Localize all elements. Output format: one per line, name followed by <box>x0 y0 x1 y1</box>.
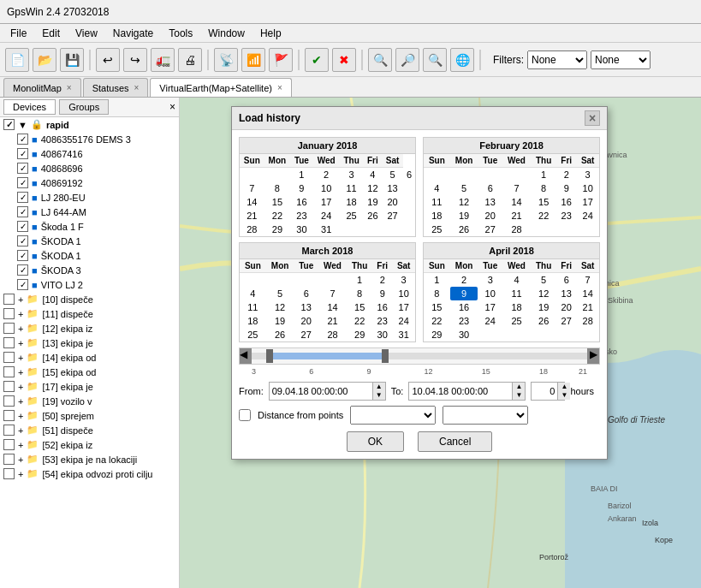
cal-day[interactable]: 3 <box>478 273 502 288</box>
cal-day[interactable]: 29 <box>264 223 291 236</box>
distance-checkbox[interactable] <box>239 409 251 421</box>
cal-day[interactable]: 12 <box>450 195 478 209</box>
menu-navigate[interactable]: Navigate <box>106 26 160 41</box>
tree-item-g13[interactable]: + 📁 [13] ekipa je <box>0 336 179 350</box>
cal-day[interactable]: 9 <box>450 287 478 300</box>
toolbar-btn-open[interactable]: 📂 <box>33 48 56 72</box>
toolbar-btn-check[interactable]: ✔ <box>305 48 329 72</box>
cal-day[interactable]: 7 <box>502 181 531 195</box>
cal-day[interactable]: 12 <box>531 287 556 300</box>
cal-day[interactable]: 25 <box>340 209 364 223</box>
tab-close-statuses[interactable]: × <box>134 83 140 92</box>
cal-day[interactable]: 17 <box>576 195 599 209</box>
cal-day[interactable]: 7 <box>576 273 599 288</box>
cal-day[interactable]: 23 <box>290 209 313 223</box>
checkbox-g10[interactable] <box>3 294 15 305</box>
cal-day[interactable]: 26 <box>531 314 556 328</box>
toolbar-btn-search3[interactable]: 🔍 <box>423 48 447 72</box>
cal-day[interactable]: 1 <box>424 273 450 288</box>
menu-tools[interactable]: Tools <box>162 26 199 41</box>
checkbox-4[interactable] <box>17 192 28 203</box>
cal-day[interactable]: 15 <box>264 195 291 209</box>
cal-day[interactable]: 12 <box>266 300 294 314</box>
distance-select-1[interactable] <box>350 406 436 425</box>
tree-item-rapid[interactable]: ▼ 🔒 rapid <box>0 117 179 132</box>
tree-item-g15[interactable]: + 📁 [15] ekipa od <box>0 365 179 379</box>
hours-spin[interactable]: ▲ ▼ <box>557 383 570 400</box>
toolbar-btn-flag[interactable]: 🚩 <box>269 48 293 72</box>
tree-item-5[interactable]: ■ LJ 644-AM <box>0 205 179 219</box>
checkbox-3[interactable] <box>17 177 28 188</box>
cal-day[interactable]: 23 <box>556 209 576 223</box>
toolbar-btn-print[interactable]: 🖨 <box>178 48 202 72</box>
checkbox-2[interactable] <box>17 163 28 174</box>
checkbox-g52[interactable] <box>3 439 15 450</box>
cal-day[interactable]: 13 <box>294 300 318 314</box>
cal-day[interactable]: 25 <box>502 314 531 328</box>
cal-day[interactable]: 13 <box>556 287 576 300</box>
cal-day[interactable]: 2 <box>372 273 392 288</box>
tree-item-g12[interactable]: + 📁 [12] ekipa iz <box>0 321 179 336</box>
toolbar-btn-undo[interactable]: ↩ <box>96 48 120 72</box>
checkbox-g54[interactable] <box>3 468 15 479</box>
cal-day[interactable]: 14 <box>240 195 264 209</box>
cal-day[interactable]: 5 <box>450 181 478 195</box>
checkbox-8[interactable] <box>17 250 28 261</box>
cal-day[interactable]: 13 <box>382 181 403 195</box>
cal-day[interactable]: 2 <box>556 168 576 182</box>
timeline-left-arrow[interactable]: ◀ <box>240 348 252 364</box>
expand-g51[interactable]: + <box>18 425 23 436</box>
cal-day[interactable]: 30 <box>372 328 392 342</box>
cal-day[interactable]: 11 <box>340 181 364 195</box>
cal-day[interactable]: 16 <box>450 300 478 314</box>
toolbar-btn-signal[interactable]: 📡 <box>214 48 238 72</box>
cal-day[interactable]: 14 <box>502 195 531 209</box>
cal-day[interactable]: 27 <box>556 314 576 328</box>
cal-day[interactable]: 10 <box>576 181 599 195</box>
cal-day[interactable]: 29 <box>424 328 450 342</box>
cal-day[interactable]: 17 <box>392 300 415 314</box>
cal-day[interactable]: 29 <box>347 328 372 342</box>
hours-spin-down[interactable]: ▼ <box>558 391 570 400</box>
cal-day[interactable]: 18 <box>424 209 450 223</box>
cal-day[interactable]: 7 <box>318 287 347 300</box>
tab-close-virtualearth[interactable]: × <box>277 83 282 92</box>
cal-day[interactable]: 22 <box>531 209 556 223</box>
cal-day[interactable]: 3 <box>576 168 599 182</box>
cal-day[interactable]: 8 <box>424 287 450 300</box>
cal-day[interactable]: 28 <box>240 223 264 236</box>
tab-statuses[interactable]: Statuses × <box>83 78 149 97</box>
menu-help[interactable]: Help <box>253 26 288 41</box>
checkbox-0[interactable] <box>17 134 28 145</box>
cal-day[interactable]: 5 <box>266 287 294 300</box>
cal-day[interactable]: 11 <box>240 300 266 314</box>
checkbox-g19[interactable] <box>3 395 15 407</box>
tree-item-g50[interactable]: + 📁 [50] sprejem <box>0 408 179 423</box>
cal-day[interactable]: 25 <box>424 223 450 236</box>
tree-item-9[interactable]: ■ ŠKODA 3 <box>0 263 179 277</box>
cal-day[interactable]: 26 <box>364 209 383 223</box>
cal-day[interactable]: 22 <box>264 209 291 223</box>
checkbox-10[interactable] <box>17 279 28 290</box>
cal-day[interactable]: 27 <box>382 209 403 223</box>
tree-item-g17[interactable]: + 📁 [17] ekipa je <box>0 379 179 394</box>
cal-day[interactable]: 30 <box>290 223 313 236</box>
cal-day[interactable]: 8 <box>264 181 291 195</box>
cal-day[interactable]: 22 <box>347 314 372 328</box>
cal-day[interactable]: 31 <box>313 223 340 236</box>
tree-item-g14[interactable]: + 📁 [14] ekipa od <box>0 350 179 365</box>
cal-day[interactable]: 5 <box>382 168 403 182</box>
cal-day[interactable]: 23 <box>450 314 478 328</box>
tree-item-g10[interactable]: + 📁 [10] dispeče <box>0 292 179 306</box>
expand-g15[interactable]: + <box>18 367 23 377</box>
hours-spin-up[interactable]: ▲ <box>558 383 570 391</box>
menu-edit[interactable]: Edit <box>35 26 67 41</box>
toolbar-btn-search2[interactable]: 🔎 <box>395 48 419 72</box>
checkbox-g15[interactable] <box>3 366 15 377</box>
sidebar-tab-groups[interactable]: Groups <box>59 99 109 115</box>
cal-day[interactable]: 18 <box>502 300 531 314</box>
tree-item-g52[interactable]: + 📁 [52] ekipa iz <box>0 437 179 452</box>
cal-day[interactable]: 21 <box>318 314 347 328</box>
to-spin[interactable]: ▲ ▼ <box>512 383 525 400</box>
tree-item-1[interactable]: ■ 40867416 <box>0 146 179 161</box>
